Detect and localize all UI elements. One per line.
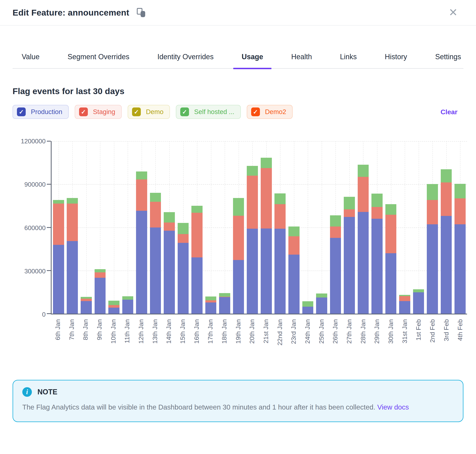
bar-segment-staging[interactable] <box>150 202 161 227</box>
bar-segment-self-hosted[interactable] <box>316 294 327 297</box>
clear-filters-link[interactable]: Clear <box>440 108 457 116</box>
bar-segment-production[interactable] <box>302 307 314 314</box>
stacked-bar-11th-jan[interactable] <box>122 296 133 314</box>
bar-segment-production[interactable] <box>274 229 286 314</box>
bar-segment-self-hosted[interactable] <box>95 269 106 272</box>
bar-segment-self-hosted[interactable] <box>122 296 133 300</box>
bar-segment-production[interactable] <box>191 257 203 314</box>
bar-segment-self-hosted[interactable] <box>385 204 396 215</box>
bar-segment-production[interactable] <box>316 297 327 314</box>
bar-segment-staging[interactable] <box>53 204 64 245</box>
bar-segment-staging[interactable] <box>385 215 396 253</box>
stacked-bar-8th-jan[interactable] <box>81 297 92 314</box>
tab-history[interactable]: History <box>384 53 408 61</box>
bar-segment-production[interactable] <box>441 216 452 314</box>
tab-health[interactable]: Health <box>291 53 312 61</box>
bar-segment-self-hosted[interactable] <box>344 197 355 209</box>
bar-segment-staging[interactable] <box>136 180 147 211</box>
bar-segment-staging[interactable] <box>274 204 286 229</box>
checkbox-checked-icon[interactable]: ✓ <box>17 107 26 116</box>
stacked-bar-7th-jan[interactable] <box>67 198 78 314</box>
bar-segment-production[interactable] <box>219 297 230 314</box>
checkbox-checked-icon[interactable]: ✓ <box>251 107 260 116</box>
bar-segment-self-hosted[interactable] <box>413 289 424 292</box>
bar-segment-staging[interactable] <box>358 177 369 212</box>
stacked-bar-3rd-feb[interactable] <box>441 169 452 314</box>
stacked-bar-31st-jan[interactable] <box>399 295 410 314</box>
stacked-bar-24th-jan[interactable] <box>302 301 314 314</box>
bar-segment-staging[interactable] <box>427 200 438 224</box>
bar-segment-production[interactable] <box>150 227 161 314</box>
bar-segment-production[interactable] <box>358 212 369 314</box>
stacked-bar-16th-jan[interactable] <box>191 206 203 314</box>
tab-value[interactable]: Value <box>21 53 40 61</box>
stacked-bar-1st-feb[interactable] <box>413 289 424 314</box>
bar-segment-production[interactable] <box>95 278 106 314</box>
bar-segment-staging[interactable] <box>164 222 175 231</box>
stacked-bar-20th-jan[interactable] <box>247 166 258 314</box>
bar-segment-production[interactable] <box>178 243 189 314</box>
bar-segment-self-hosted[interactable] <box>358 165 369 177</box>
tab-usage[interactable]: Usage <box>241 53 264 61</box>
bar-segment-staging[interactable] <box>441 182 452 216</box>
bar-segment-staging[interactable] <box>247 176 258 229</box>
bar-segment-self-hosted[interactable] <box>191 206 203 213</box>
bar-segment-staging[interactable] <box>454 198 466 224</box>
stacked-bar-2nd-feb[interactable] <box>427 184 438 314</box>
bar-segment-self-hosted[interactable] <box>261 158 272 168</box>
bar-segment-staging[interactable] <box>330 227 341 238</box>
bar-segment-self-hosted[interactable] <box>219 293 230 297</box>
filter-chip-demo[interactable]: ✓Demo <box>128 105 170 119</box>
bar-segment-production[interactable] <box>81 301 92 314</box>
stacked-bar-4th-feb[interactable] <box>454 184 466 314</box>
stacked-bar-12th-jan[interactable] <box>136 172 147 314</box>
stacked-bar-10th-jan[interactable] <box>108 301 119 314</box>
stacked-bar-6th-jan[interactable] <box>53 200 64 314</box>
stacked-bar-22nd-jan[interactable] <box>274 193 286 314</box>
bar-segment-staging[interactable] <box>344 209 355 217</box>
bar-segment-production[interactable] <box>344 217 355 314</box>
bar-segment-production[interactable] <box>385 253 396 314</box>
bar-segment-staging[interactable] <box>67 204 78 241</box>
bar-segment-production[interactable] <box>122 300 133 314</box>
bar-segment-self-hosted[interactable] <box>205 296 217 300</box>
bar-segment-staging[interactable] <box>233 216 244 260</box>
stacked-bar-9th-jan[interactable] <box>95 269 106 314</box>
tab-segment-overrides[interactable]: Segment Overrides <box>67 53 130 61</box>
stacked-bar-18th-jan[interactable] <box>219 293 230 314</box>
bar-segment-production[interactable] <box>371 219 383 314</box>
bar-segment-self-hosted[interactable] <box>371 194 383 207</box>
bar-segment-production[interactable] <box>247 229 258 314</box>
bar-segment-self-hosted[interactable] <box>164 212 175 222</box>
view-docs-link[interactable]: View docs <box>377 403 409 411</box>
bar-segment-self-hosted[interactable] <box>53 200 64 204</box>
bar-segment-self-hosted[interactable] <box>67 198 78 204</box>
stacked-bar-23rd-jan[interactable] <box>288 227 300 314</box>
tab-links[interactable]: Links <box>340 53 357 61</box>
bar-segment-staging[interactable] <box>399 296 410 301</box>
tab-settings[interactable]: Settings <box>435 53 461 61</box>
checkbox-checked-icon[interactable]: ✓ <box>132 107 141 116</box>
bar-segment-production[interactable] <box>288 255 300 314</box>
bar-segment-production[interactable] <box>454 224 466 314</box>
stacked-bar-25th-jan[interactable] <box>316 294 327 314</box>
bar-segment-staging[interactable] <box>178 234 189 243</box>
bar-segment-production[interactable] <box>164 231 175 314</box>
bar-segment-production[interactable] <box>427 224 438 314</box>
stacked-bar-21st-jan[interactable] <box>261 158 272 314</box>
stacked-bar-29th-jan[interactable] <box>371 194 383 314</box>
bar-segment-self-hosted[interactable] <box>81 297 92 299</box>
bar-segment-staging[interactable] <box>191 213 203 257</box>
bar-segment-self-hosted[interactable] <box>247 166 258 176</box>
bar-segment-production[interactable] <box>108 308 119 314</box>
bar-segment-self-hosted[interactable] <box>427 184 438 200</box>
stacked-bar-14th-jan[interactable] <box>164 212 175 314</box>
stacked-bar-30th-jan[interactable] <box>385 204 396 314</box>
bar-segment-self-hosted[interactable] <box>150 193 161 202</box>
bar-segment-production[interactable] <box>233 260 244 314</box>
bar-segment-self-hosted[interactable] <box>178 223 189 234</box>
stacked-bar-19th-jan[interactable] <box>233 198 244 314</box>
bar-segment-self-hosted[interactable] <box>108 301 119 305</box>
bar-segment-staging[interactable] <box>108 305 119 308</box>
stacked-bar-15th-jan[interactable] <box>178 223 189 314</box>
